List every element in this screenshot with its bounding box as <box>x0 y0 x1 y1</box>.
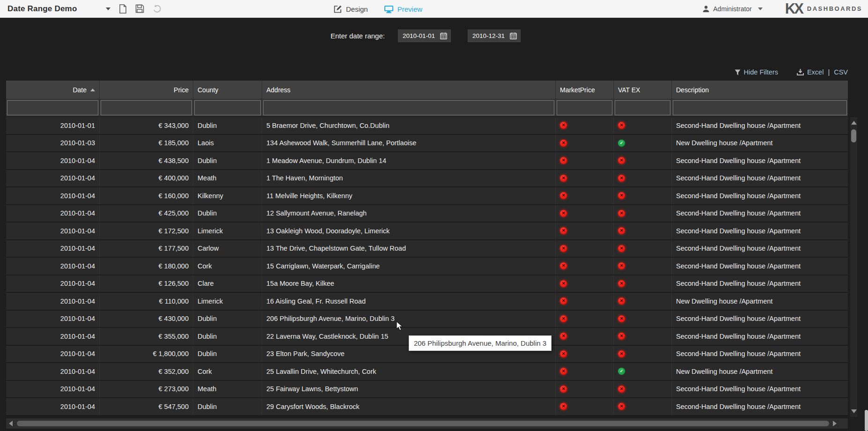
preview-mode-button[interactable]: Preview <box>384 5 422 14</box>
calendar-icon <box>510 32 517 39</box>
table-row[interactable]: 2010-01-03€ 185,000Laois134 Ashewood Wal… <box>6 135 848 153</box>
cell-address: 16 Aisling Geal, Fr. Russell Road <box>262 293 556 310</box>
red-x-icon: ✕ <box>618 262 625 269</box>
cell-description: Second-Hand Dwelling house /Apartment <box>672 170 848 187</box>
cell-marketprice: ✕ <box>556 135 614 152</box>
scroll-up-arrow-icon[interactable] <box>851 121 857 125</box>
cell-date: 2010-01-04 <box>6 152 100 169</box>
column-header-price[interactable]: Price <box>100 81 193 99</box>
table-row[interactable]: 2010-01-04€ 438,500Dublin1 Meadow Avenue… <box>6 152 848 170</box>
filter-input-description[interactable] <box>673 100 847 115</box>
table-row[interactable]: 2010-01-04€ 172,500Limerick13 Oakleigh W… <box>6 223 848 240</box>
vertical-scrollbar-thumb[interactable] <box>851 129 856 142</box>
filter-input-price[interactable] <box>101 100 192 115</box>
horizontal-scrollbar-thumb[interactable] <box>17 421 829 426</box>
cell-county: Dublin <box>193 346 262 363</box>
scroll-right-arrow-icon[interactable] <box>833 421 837 426</box>
date-start-input[interactable]: 2010-01-01 <box>398 30 451 42</box>
table-row[interactable]: 2010-01-04€ 126,500Clare15a Moore Bay, K… <box>6 275 848 293</box>
cell-address: 1 The Haven, Mornington <box>262 170 556 187</box>
cell-address: 5 Braemor Drive, Churchtown, Co.Dublin <box>262 117 556 134</box>
cell-address: 25 Fairway Lawns, Bettystown <box>262 381 556 398</box>
export-csv-button[interactable]: CSV <box>834 68 848 76</box>
column-header-county[interactable]: County <box>193 81 262 99</box>
hide-filters-button[interactable]: Hide Filters <box>735 68 778 76</box>
table-row[interactable]: 2010-01-04€ 352,000Cork25 Lavallin Drive… <box>6 363 848 381</box>
red-x-icon: ✕ <box>560 297 567 305</box>
cell-price: € 430,000 <box>100 311 193 327</box>
column-header-vatex[interactable]: VAT EX <box>614 81 672 99</box>
table-row[interactable]: 2010-01-04€ 547,500Dublin29 Carysfort Wo… <box>6 398 848 416</box>
cell-vatex: ✕ <box>614 240 672 257</box>
cell-marketprice: ✕ <box>556 117 614 134</box>
cell-marketprice: ✕ <box>556 293 614 310</box>
filter-input-date[interactable] <box>7 100 98 115</box>
scroll-down-arrow-icon[interactable] <box>851 409 857 413</box>
cell-marketprice: ✕ <box>556 223 614 239</box>
red-x-icon: ✕ <box>560 368 567 375</box>
column-header-date[interactable]: Date <box>6 81 100 99</box>
table-row[interactable]: 2010-01-04€ 273,000Meath25 Fairway Lawns… <box>6 381 848 399</box>
table-row[interactable]: 2010-01-04€ 180,000Cork15 Carriglawn, Wa… <box>6 258 848 275</box>
cell-description: Second-Hand Dwelling house /Apartment <box>672 240 848 257</box>
column-header-marketprice[interactable]: MarketPrice <box>556 81 614 99</box>
new-dashboard-button[interactable] <box>119 4 127 14</box>
page-scrollbar-thumb[interactable] <box>865 410 868 431</box>
filter-input-vatex[interactable] <box>615 100 670 115</box>
user-menu[interactable]: Administrator <box>702 5 762 13</box>
cell-marketprice: ✕ <box>556 170 614 187</box>
export-excel-button[interactable]: Excel <box>807 68 824 76</box>
table-row[interactable]: 2010-01-04€ 160,000Kilkenny11 Melville H… <box>6 187 848 205</box>
cell-date: 2010-01-04 <box>6 187 100 204</box>
save-button[interactable] <box>135 4 144 13</box>
red-x-icon: ✕ <box>560 350 567 357</box>
export-controls: Excel | CSV <box>797 68 848 76</box>
cell-date: 2010-01-01 <box>6 117 100 134</box>
table-row[interactable]: 2010-01-01€ 343,000Dublin5 Braemor Drive… <box>6 117 848 135</box>
scroll-left-arrow-icon[interactable] <box>9 421 13 426</box>
table-row[interactable]: 2010-01-04€ 110,000Limerick16 Aisling Ge… <box>6 293 848 311</box>
table-row[interactable]: 2010-01-04€ 400,000Meath1 The Haven, Mor… <box>6 170 848 188</box>
cell-county: Dublin <box>193 311 262 327</box>
cell-county: Dublin <box>193 117 262 134</box>
horizontal-scrollbar[interactable] <box>6 418 848 429</box>
red-x-icon: ✕ <box>560 140 567 147</box>
filter-input-marketprice[interactable] <box>557 100 612 115</box>
cell-vatex: ✕ <box>614 398 672 415</box>
filter-input-address[interactable] <box>263 100 554 115</box>
cell-vatex: ✕ <box>614 275 672 292</box>
dashboard-select-caret-icon[interactable] <box>106 7 110 10</box>
filter-cell <box>672 99 848 116</box>
topbar-left: Date Range Demo <box>0 4 162 14</box>
red-x-icon: ✕ <box>618 333 625 340</box>
table-row[interactable]: 2010-01-04€ 430,000Dublin206 Philipsburg… <box>6 311 848 328</box>
column-header-description[interactable]: Description <box>672 81 848 99</box>
cell-marketprice: ✕ <box>556 381 614 398</box>
filter-input-county[interactable] <box>194 100 261 115</box>
column-header-address[interactable]: Address <box>262 81 556 99</box>
date-end-input[interactable]: 2010-12-31 <box>468 30 521 42</box>
cell-description: Second-Hand Dwelling house /Apartment <box>672 117 848 134</box>
table-row[interactable]: 2010-01-04€ 425,000Dublin12 Sallymount A… <box>6 205 848 223</box>
column-header-label: Price <box>174 86 189 94</box>
vertical-scrollbar[interactable] <box>850 117 857 417</box>
cell-price: € 438,500 <box>100 152 193 169</box>
cell-date: 2010-01-04 <box>6 205 100 222</box>
date-end-value: 2010-12-31 <box>472 32 505 39</box>
cell-description: Second-Hand Dwelling house /Apartment <box>672 275 848 292</box>
table-row[interactable]: 2010-01-04€ 177,500Carlow13 The Drive, C… <box>6 240 848 258</box>
cell-date: 2010-01-04 <box>6 328 100 345</box>
date-range-label: Enter date range: <box>331 32 388 40</box>
design-mode-button[interactable]: Design <box>333 5 368 14</box>
cell-description: Second-Hand Dwelling house /Apartment <box>672 328 848 345</box>
calendar-icon <box>440 32 447 39</box>
cell-vatex: ✕ <box>614 187 672 204</box>
cell-date: 2010-01-04 <box>6 346 100 363</box>
cell-description: New Dwelling house /Apartment <box>672 293 848 310</box>
cell-price: € 172,500 <box>100 223 193 239</box>
undo-button[interactable] <box>153 4 162 14</box>
red-x-icon: ✕ <box>560 315 567 322</box>
red-x-icon: ✕ <box>618 386 625 393</box>
column-header-label: Description <box>676 86 709 94</box>
cell-county: Carlow <box>193 240 262 257</box>
